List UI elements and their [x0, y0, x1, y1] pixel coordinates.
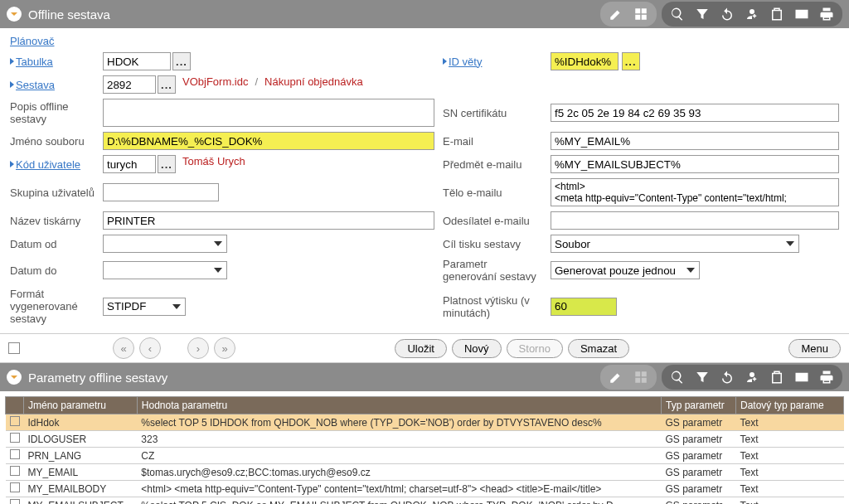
last-button[interactable]: » — [214, 337, 235, 359]
refresh-icon[interactable] — [716, 3, 738, 25]
mail-icon[interactable] — [791, 3, 813, 25]
row-checkbox[interactable] — [10, 499, 20, 504]
label-tabulka[interactable]: Tabulka — [10, 56, 95, 68]
prev-button[interactable]: ‹ — [139, 337, 161, 359]
tabulka-input[interactable] — [103, 52, 171, 70]
search-icon-2[interactable] — [667, 366, 688, 388]
row-checkbox[interactable] — [10, 466, 20, 476]
table-row[interactable]: IDLOGUSER323GS parametrText — [6, 431, 844, 448]
select-all-checkbox[interactable] — [8, 342, 20, 354]
label-skupina: Skupina uživatelů — [10, 187, 95, 199]
label-parametr-gen: Parametr generování sestavy — [443, 258, 542, 283]
row-value: <html> <meta http-equiv="Content-Type" c… — [137, 481, 661, 497]
row-typ: GS parametr — [662, 481, 736, 497]
table-row[interactable]: MY_EMAILSUBJECT%select TOP 5 CIS_DOK as … — [6, 497, 844, 505]
label-datum-do: Datum do — [10, 264, 95, 277]
save-button[interactable]: Uložit — [395, 339, 447, 358]
kod-uzivatele-input[interactable] — [103, 155, 156, 173]
edit-icon[interactable] — [605, 3, 627, 25]
sn-input[interactable] — [551, 104, 839, 122]
col-jmeno[interactable]: Jméno parametru — [24, 397, 138, 414]
form-area: Plánovač Tabulka ... ID věty ... Sestava… — [0, 28, 849, 333]
jmeno-souboru-input[interactable] — [103, 132, 434, 150]
datum-do-input[interactable] — [103, 261, 227, 279]
row-checkbox[interactable] — [10, 449, 20, 459]
user-add-icon-2[interactable] — [741, 366, 763, 388]
cil-select[interactable] — [551, 235, 799, 253]
refresh-icon-2[interactable] — [716, 366, 738, 388]
col-dtyp[interactable]: Datový typ parame — [736, 397, 844, 414]
toolbar-pill-edit-2 — [600, 365, 657, 390]
kod-uzivatele-lookup[interactable]: ... — [158, 155, 176, 173]
print-icon[interactable] — [816, 3, 837, 25]
toolbar-pill-actions-2 — [662, 365, 842, 390]
table-row[interactable]: MY_EMAILBODY<html> <meta http-equiv="Con… — [6, 481, 844, 497]
edit-icon-2[interactable] — [605, 366, 627, 388]
table-row[interactable]: MY_EMAIL$tomas.urych@eso9.cz;BCC:tomas.u… — [6, 464, 844, 481]
popis-input[interactable] — [103, 99, 434, 127]
table-row[interactable]: IdHdok%select TOP 5 IDHDOK from QHDOK_NO… — [6, 414, 844, 431]
label-email: E-mail — [443, 135, 542, 148]
platnost-input[interactable] — [551, 298, 617, 316]
mail-icon-2[interactable] — [791, 366, 813, 388]
sestava-lookup[interactable]: ... — [158, 75, 176, 94]
row-name: PRN_LANG — [24, 448, 138, 464]
sestava-file: VObjForm.idc — [182, 75, 248, 88]
telo-input[interactable] — [551, 178, 839, 206]
row-checkbox[interactable] — [10, 416, 20, 426]
label-datum-od: Datum od — [10, 238, 95, 250]
format-select[interactable] — [103, 298, 186, 316]
row-name: MY_EMAILBODY — [24, 481, 138, 497]
next-button[interactable]: › — [187, 337, 209, 359]
new-button[interactable]: Nový — [452, 339, 502, 358]
predmet-input[interactable] — [551, 155, 839, 173]
search-icon[interactable] — [667, 3, 688, 25]
storno-button: Storno — [507, 339, 563, 358]
label-sestava[interactable]: Sestava — [10, 79, 95, 91]
row-dtyp: Text — [736, 497, 844, 505]
row-dtyp: Text — [736, 414, 844, 431]
col-typ[interactable]: Typ parametr — [662, 397, 736, 414]
sestava-input[interactable] — [103, 75, 156, 94]
breadcrumb[interactable]: Plánovač — [10, 35, 54, 47]
datum-od-input[interactable] — [103, 235, 227, 253]
skupina-input[interactable] — [103, 183, 219, 201]
grid-icon[interactable] — [630, 3, 652, 25]
sestava-desc: Nákupní objednávka — [264, 75, 363, 88]
collapse-icon[interactable] — [7, 7, 22, 22]
filter-icon[interactable] — [691, 3, 713, 25]
first-button[interactable]: « — [113, 337, 134, 359]
clipboard-icon-2[interactable] — [766, 366, 788, 388]
filter-icon-2[interactable] — [691, 366, 713, 388]
label-platnost: Platnost výtisku (v minutách) — [443, 294, 542, 319]
col-hodnota[interactable]: Hodnota parametru — [137, 397, 661, 414]
table-row[interactable]: PRN_LANGCZGS parametrText — [6, 448, 844, 464]
collapse-icon-2[interactable] — [7, 370, 22, 385]
row-name: MY_EMAILSUBJECT — [24, 497, 138, 505]
odesilatel-input[interactable] — [551, 211, 839, 230]
id-vety-input[interactable] — [551, 52, 619, 70]
toolbar-pill-edit — [600, 2, 657, 27]
label-format: Formát vygenerované sestavy — [10, 288, 95, 325]
row-checkbox[interactable] — [10, 433, 20, 443]
label-kod-uzivatele[interactable]: Kód uživatele — [10, 158, 95, 171]
id-vety-lookup[interactable]: ... — [622, 52, 640, 70]
clipboard-icon[interactable] — [766, 3, 788, 25]
tiskarna-input[interactable] — [103, 211, 434, 230]
panel-header-main: Offline sestava — [0, 0, 849, 28]
label-tiskarna: Název tiskárny — [10, 215, 95, 227]
menu-button[interactable]: Menu — [788, 339, 841, 358]
row-checkbox[interactable] — [10, 482, 20, 492]
grid-icon-2 — [630, 366, 652, 388]
row-value: %select TOP 5 IDHDOK from QHDOK_NOB wher… — [137, 414, 661, 431]
delete-button[interactable]: Smazat — [568, 339, 629, 358]
user-add-icon[interactable] — [741, 3, 763, 25]
label-id-vety[interactable]: ID věty — [443, 56, 542, 68]
parametr-gen-select[interactable] — [551, 261, 700, 279]
row-typ: GS parametr — [662, 431, 736, 448]
label-popis: Popis offline sestavy — [10, 100, 95, 125]
email-input[interactable] — [551, 132, 839, 150]
label-sn: SN certifikátu — [443, 107, 542, 119]
print-icon-2[interactable] — [816, 366, 837, 388]
tabulka-lookup[interactable]: ... — [172, 52, 191, 70]
